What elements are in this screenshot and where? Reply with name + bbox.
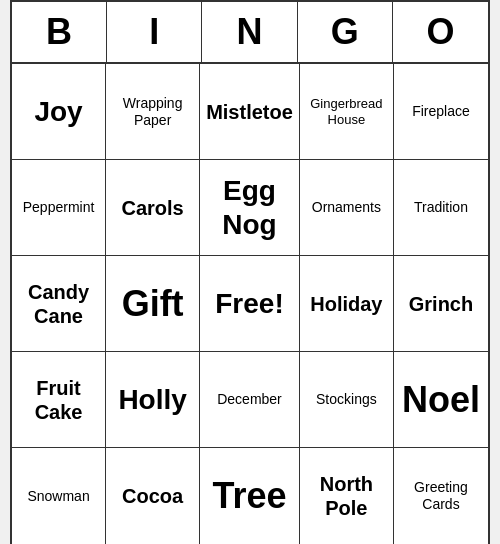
cell-6: Carols	[106, 160, 200, 256]
cell-1: Wrapping Paper	[106, 64, 200, 160]
cell-4: Fireplace	[394, 64, 488, 160]
header-o: O	[393, 2, 488, 62]
header-b: B	[12, 2, 107, 62]
bingo-grid: Joy Wrapping Paper Mistletoe Gingerbread…	[12, 64, 488, 544]
cell-5: Peppermint	[12, 160, 106, 256]
cell-2: Mistletoe	[200, 64, 300, 160]
cell-21: Cocoa	[106, 448, 200, 544]
bingo-card: B I N G O Joy Wrapping Paper Mistletoe G…	[10, 0, 490, 544]
header-g: G	[298, 2, 393, 62]
cell-19: Noel	[394, 352, 488, 448]
cell-0: Joy	[12, 64, 106, 160]
cell-10: Candy Cane	[12, 256, 106, 352]
cell-3: Gingerbread House	[300, 64, 394, 160]
cell-23: North Pole	[300, 448, 394, 544]
cell-13: Holiday	[300, 256, 394, 352]
cell-22: Tree	[200, 448, 300, 544]
cell-20: Snowman	[12, 448, 106, 544]
cell-18: Stockings	[300, 352, 394, 448]
cell-24: Greeting Cards	[394, 448, 488, 544]
cell-17: December	[200, 352, 300, 448]
header-i: I	[107, 2, 202, 62]
cell-15: Fruit Cake	[12, 352, 106, 448]
cell-9: Tradition	[394, 160, 488, 256]
cell-16: Holly	[106, 352, 200, 448]
cell-7: Egg Nog	[200, 160, 300, 256]
cell-12: Free!	[200, 256, 300, 352]
bingo-header: B I N G O	[12, 2, 488, 64]
cell-8: Ornaments	[300, 160, 394, 256]
header-n: N	[202, 2, 297, 62]
cell-14: Grinch	[394, 256, 488, 352]
cell-11: Gift	[106, 256, 200, 352]
